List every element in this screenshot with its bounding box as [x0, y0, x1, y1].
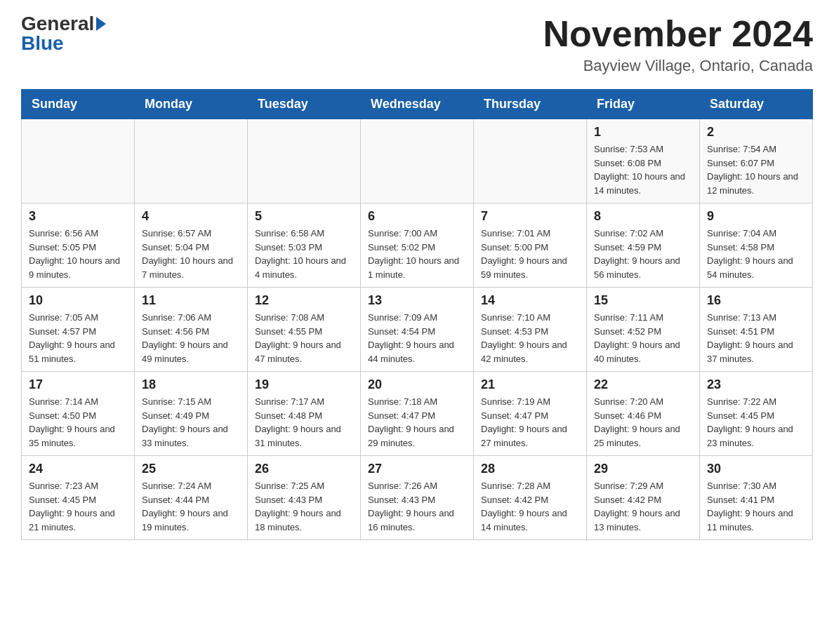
- day-number: 18: [142, 377, 240, 392]
- weekday-saturday: Saturday: [700, 90, 813, 119]
- day-number: 10: [29, 293, 127, 308]
- day-info: Sunrise: 7:04 AMSunset: 4:58 PMDaylight:…: [707, 227, 805, 281]
- day-number: 9: [707, 209, 805, 224]
- calendar-cell: 14Sunrise: 7:10 AMSunset: 4:53 PMDayligh…: [474, 288, 587, 372]
- day-number: 22: [594, 377, 692, 392]
- day-info: Sunrise: 7:08 AMSunset: 4:55 PMDaylight:…: [255, 311, 353, 365]
- day-number: 7: [481, 209, 579, 224]
- calendar-header: SundayMondayTuesdayWednesdayThursdayFrid…: [22, 90, 813, 119]
- day-number: 19: [255, 377, 353, 392]
- title-area: November 2024 Bayview Village, Ontario, …: [543, 14, 813, 75]
- day-info: Sunrise: 7:02 AMSunset: 4:59 PMDaylight:…: [594, 227, 692, 281]
- calendar-cell: 26Sunrise: 7:25 AMSunset: 4:43 PMDayligh…: [248, 456, 361, 540]
- day-info: Sunrise: 7:19 AMSunset: 4:47 PMDaylight:…: [481, 395, 579, 450]
- day-number: 6: [368, 209, 466, 224]
- calendar-cell: 16Sunrise: 7:13 AMSunset: 4:51 PMDayligh…: [700, 288, 813, 372]
- week-row-4: 17Sunrise: 7:14 AMSunset: 4:50 PMDayligh…: [22, 372, 813, 456]
- day-info: Sunrise: 7:23 AMSunset: 4:45 PMDaylight:…: [29, 479, 127, 534]
- day-info: Sunrise: 6:56 AMSunset: 5:05 PMDaylight:…: [29, 227, 127, 281]
- day-info: Sunrise: 7:13 AMSunset: 4:51 PMDaylight:…: [707, 311, 805, 365]
- weekday-monday: Monday: [135, 90, 248, 119]
- day-number: 3: [29, 209, 127, 224]
- day-info: Sunrise: 7:00 AMSunset: 5:02 PMDaylight:…: [368, 227, 466, 281]
- logo-arrow-icon: [96, 17, 106, 31]
- day-number: 29: [594, 462, 692, 476]
- day-info: Sunrise: 7:01 AMSunset: 5:00 PMDaylight:…: [481, 227, 579, 281]
- calendar-cell: 18Sunrise: 7:15 AMSunset: 4:49 PMDayligh…: [135, 372, 248, 456]
- day-number: 11: [142, 293, 240, 308]
- calendar-cell: 10Sunrise: 7:05 AMSunset: 4:57 PMDayligh…: [22, 288, 135, 372]
- week-row-2: 3Sunrise: 6:56 AMSunset: 5:05 PMDaylight…: [22, 203, 813, 288]
- day-number: 5: [255, 209, 353, 224]
- day-number: 20: [368, 377, 466, 392]
- day-info: Sunrise: 7:14 AMSunset: 4:50 PMDaylight:…: [29, 395, 127, 450]
- calendar-cell: 5Sunrise: 6:58 AMSunset: 5:03 PMDaylight…: [248, 203, 361, 288]
- calendar-cell: 9Sunrise: 7:04 AMSunset: 4:58 PMDaylight…: [700, 203, 813, 288]
- calendar-cell: 17Sunrise: 7:14 AMSunset: 4:50 PMDayligh…: [22, 372, 135, 456]
- day-info: Sunrise: 7:06 AMSunset: 4:56 PMDaylight:…: [142, 311, 240, 365]
- calendar-cell: 25Sunrise: 7:24 AMSunset: 4:44 PMDayligh…: [135, 456, 248, 540]
- calendar-body: 1Sunrise: 7:53 AMSunset: 6:08 PMDaylight…: [22, 119, 813, 540]
- calendar-cell: [135, 119, 248, 203]
- weekday-wednesday: Wednesday: [361, 90, 474, 119]
- calendar-cell: 21Sunrise: 7:19 AMSunset: 4:47 PMDayligh…: [474, 372, 587, 456]
- day-number: 25: [142, 462, 240, 476]
- day-number: 24: [29, 462, 127, 476]
- weekday-sunday: Sunday: [22, 90, 135, 119]
- day-number: 23: [707, 377, 805, 392]
- day-number: 1: [594, 125, 692, 140]
- day-info: Sunrise: 7:28 AMSunset: 4:42 PMDaylight:…: [481, 479, 579, 534]
- day-info: Sunrise: 7:25 AMSunset: 4:43 PMDaylight:…: [255, 479, 353, 534]
- month-title: November 2024: [543, 14, 813, 54]
- day-number: 2: [707, 125, 805, 140]
- day-info: Sunrise: 7:24 AMSunset: 4:44 PMDaylight:…: [142, 479, 240, 534]
- calendar-cell: 6Sunrise: 7:00 AMSunset: 5:02 PMDaylight…: [361, 203, 474, 288]
- day-number: 15: [594, 293, 692, 308]
- week-row-1: 1Sunrise: 7:53 AMSunset: 6:08 PMDaylight…: [22, 119, 813, 203]
- weekday-thursday: Thursday: [474, 90, 587, 119]
- day-number: 17: [29, 377, 127, 392]
- calendar-cell: 7Sunrise: 7:01 AMSunset: 5:00 PMDaylight…: [474, 203, 587, 288]
- day-info: Sunrise: 7:54 AMSunset: 6:07 PMDaylight:…: [707, 142, 805, 197]
- calendar-cell: [22, 119, 135, 203]
- day-number: 21: [481, 377, 579, 392]
- calendar-cell: 2Sunrise: 7:54 AMSunset: 6:07 PMDaylight…: [700, 119, 813, 203]
- page-header: General Blue November 2024 Bayview Villa…: [21, 14, 813, 75]
- weekday-header-row: SundayMondayTuesdayWednesdayThursdayFrid…: [22, 90, 813, 119]
- calendar-cell: 11Sunrise: 7:06 AMSunset: 4:56 PMDayligh…: [135, 288, 248, 372]
- calendar-cell: 12Sunrise: 7:08 AMSunset: 4:55 PMDayligh…: [248, 288, 361, 372]
- calendar-cell: 23Sunrise: 7:22 AMSunset: 4:45 PMDayligh…: [700, 372, 813, 456]
- day-info: Sunrise: 7:15 AMSunset: 4:49 PMDaylight:…: [142, 395, 240, 450]
- day-info: Sunrise: 7:53 AMSunset: 6:08 PMDaylight:…: [594, 142, 692, 197]
- day-number: 30: [707, 462, 805, 476]
- calendar-cell: 1Sunrise: 7:53 AMSunset: 6:08 PMDaylight…: [587, 119, 700, 203]
- day-number: 12: [255, 293, 353, 308]
- weekday-friday: Friday: [587, 90, 700, 119]
- day-info: Sunrise: 7:29 AMSunset: 4:42 PMDaylight:…: [594, 479, 692, 534]
- day-info: Sunrise: 7:10 AMSunset: 4:53 PMDaylight:…: [481, 311, 579, 365]
- calendar-cell: 28Sunrise: 7:28 AMSunset: 4:42 PMDayligh…: [474, 456, 587, 540]
- day-info: Sunrise: 7:05 AMSunset: 4:57 PMDaylight:…: [29, 311, 127, 365]
- calendar-cell: 20Sunrise: 7:18 AMSunset: 4:47 PMDayligh…: [361, 372, 474, 456]
- calendar-cell: 24Sunrise: 7:23 AMSunset: 4:45 PMDayligh…: [22, 456, 135, 540]
- calendar-cell: [361, 119, 474, 203]
- day-number: 4: [142, 209, 240, 224]
- day-info: Sunrise: 7:17 AMSunset: 4:48 PMDaylight:…: [255, 395, 353, 450]
- day-number: 27: [368, 462, 466, 476]
- calendar-cell: 19Sunrise: 7:17 AMSunset: 4:48 PMDayligh…: [248, 372, 361, 456]
- location-subtitle: Bayview Village, Ontario, Canada: [543, 57, 813, 75]
- week-row-3: 10Sunrise: 7:05 AMSunset: 4:57 PMDayligh…: [22, 288, 813, 372]
- calendar-table: SundayMondayTuesdayWednesdayThursdayFrid…: [21, 89, 813, 540]
- calendar-cell: 3Sunrise: 6:56 AMSunset: 5:05 PMDaylight…: [22, 203, 135, 288]
- day-info: Sunrise: 6:57 AMSunset: 5:04 PMDaylight:…: [142, 227, 240, 281]
- calendar-cell: [248, 119, 361, 203]
- day-info: Sunrise: 7:30 AMSunset: 4:41 PMDaylight:…: [707, 479, 805, 534]
- day-number: 13: [368, 293, 466, 308]
- calendar-cell: 29Sunrise: 7:29 AMSunset: 4:42 PMDayligh…: [587, 456, 700, 540]
- calendar-cell: 13Sunrise: 7:09 AMSunset: 4:54 PMDayligh…: [361, 288, 474, 372]
- day-info: Sunrise: 6:58 AMSunset: 5:03 PMDaylight:…: [255, 227, 353, 281]
- week-row-5: 24Sunrise: 7:23 AMSunset: 4:45 PMDayligh…: [22, 456, 813, 540]
- day-number: 8: [594, 209, 692, 224]
- day-info: Sunrise: 7:26 AMSunset: 4:43 PMDaylight:…: [368, 479, 466, 534]
- calendar-cell: 30Sunrise: 7:30 AMSunset: 4:41 PMDayligh…: [700, 456, 813, 540]
